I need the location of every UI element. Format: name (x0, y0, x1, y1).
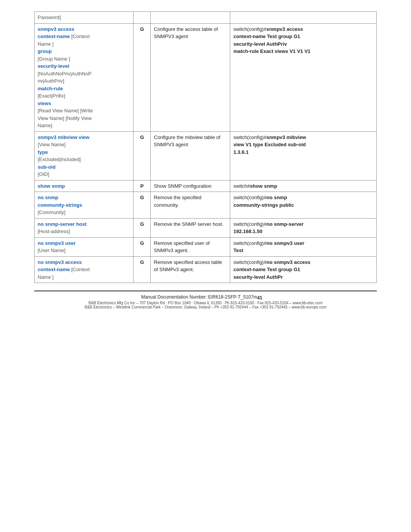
mode-cell: G (134, 237, 151, 256)
cmd-text: [Community] (38, 209, 65, 215)
mode-cell: G (134, 192, 151, 219)
example-cell: switch(config)#snmpv3 access context-nam… (230, 23, 377, 131)
cmd-cell: no snmp community-strings [Community] (35, 192, 134, 219)
cmd-text: sub-oid (38, 164, 56, 170)
table-row: show snmp P Show SNMP configuration swit… (35, 180, 377, 192)
cmd-text: views (38, 101, 51, 106)
cmd-text: Name ] (38, 274, 54, 280)
cmd-line: Name ] (38, 273, 130, 281)
page-number: 41 (257, 295, 262, 300)
cmd-line: no snmpv3 access (38, 259, 130, 266)
cmd-line: context-name [Context (38, 266, 130, 273)
table-row: Password] (35, 12, 377, 24)
mode-cell: G (134, 256, 151, 283)
cmd-text: context-name (38, 34, 70, 39)
table-row: no snmp-server host [Host-address] G Rem… (35, 218, 377, 237)
example-cell: switch(config)#no snmpv3 access context-… (230, 256, 377, 283)
cmd-line: [Group Name ] (38, 55, 130, 63)
cmd-line: views (38, 100, 130, 107)
cmd-text: [NoAuthNoPriv|AuthNoP (38, 71, 91, 77)
page-footer: Manual Documentation Number: EIR618-2SFP… (34, 291, 377, 313)
cmd-line: security-level (38, 62, 130, 70)
cmd-text: [User Name] (38, 248, 65, 253)
cmd-line: [Host-address] (38, 228, 130, 235)
table-row: no snmp community-strings [Community] G … (35, 192, 377, 219)
example-cell (230, 12, 377, 24)
desc-cell: Configure the access table of SNMPV3 age… (151, 23, 230, 131)
cmd-text: [View Name] (38, 142, 65, 147)
cmd-line: [Community] (38, 209, 130, 216)
table-row: no snmpv3 user [User Name] G Remove spec… (35, 237, 377, 256)
mode-cell (134, 12, 151, 24)
example-text: view V1 type Excluded sub-oid (233, 142, 306, 147)
mode-cell: G (134, 23, 151, 131)
table-row: snmpv3 mibview view [View Name] type [Ex… (35, 131, 377, 180)
cmd-line: sub-oid (38, 163, 130, 171)
example-text: community-strings public (233, 202, 294, 208)
footer-main-text: Manual Documentation Number: EIR618-2SFP… (141, 294, 257, 300)
example-text: switch(config)#no snmp-server (233, 221, 303, 227)
cmd-line: show snmp (38, 182, 130, 190)
cmd-line: View Name] [Notify View (38, 115, 130, 122)
cmd-text: community-strings (38, 202, 82, 208)
cmd-line: no snmpv3 user (38, 240, 130, 247)
cmd-text: Password] (38, 14, 61, 20)
page-wrapper: Password] snmpv3 access context-name [Co… (34, 11, 377, 532)
cmd-cell: show snmp (35, 180, 134, 192)
cmd-line: [Read View Name] [Write (38, 107, 130, 115)
footer-sub2: B&B Electronics – Westlink Commercial Pa… (34, 305, 377, 309)
cmd-line: type (38, 149, 130, 156)
cmd-line: Name ] (38, 40, 130, 48)
example-text: security-level AuthPr (233, 274, 283, 280)
cmd-line: [OID] (38, 171, 130, 178)
mode-cell: G (134, 218, 151, 237)
cmd-text: snmpv3 mibview view (38, 134, 89, 140)
cmd-text: Name] (38, 123, 52, 128)
desc-cell: Configure the mibview table of SNMPV3 ag… (151, 131, 230, 180)
cmd-text: type (38, 149, 48, 155)
example-cell: switch#show snmp (230, 180, 377, 192)
table-row: no snmpv3 access context-name [Context N… (35, 256, 377, 283)
main-table: Password] snmpv3 access context-name [Co… (34, 11, 377, 283)
cmd-text: [Host-address] (38, 228, 70, 234)
cmd-text: context-name (38, 267, 70, 272)
cmd-cell: no snmpv3 user [User Name] (35, 237, 134, 256)
desc-cell (151, 12, 230, 24)
example-cell: switch(config)#no snmpv3 user Test (230, 237, 377, 256)
cmd-text: [Read View Name] [Write (38, 108, 93, 113)
example-cell: switch(config)#snmpv3 mibview view V1 ty… (230, 131, 377, 180)
example-text: 192.168.1.50 (233, 228, 262, 234)
cmd-text: no snmpv3 access (38, 259, 82, 265)
cmd-cell: no snmpv3 access context-name [Context N… (35, 256, 134, 283)
cmd-line: no snmp-server host (38, 220, 130, 228)
cmd-cell: Password] (35, 12, 134, 24)
cmd-text: no snmp-server host (38, 221, 87, 227)
cmd-text: match-rule (38, 86, 63, 91)
footer-sub1: B&B Electronics Mfg Co Inc – 707 Dayton … (34, 301, 377, 305)
cmd-line: community-strings (38, 201, 130, 209)
cmd-line: riv|AuthPriv] (38, 77, 130, 85)
desc-cell: Remove the SNMP server host. (151, 218, 230, 237)
cmd-text: [Exact|Prifix] (38, 93, 65, 99)
mode-cell: G (134, 131, 151, 180)
example-text: Test (233, 248, 243, 253)
cmd-line: context-name [Context (38, 33, 130, 40)
table-row: snmpv3 access context-name [Context Name… (35, 23, 377, 131)
example-text: switch(config)#snmpv3 access (233, 26, 303, 32)
footer-inner: Manual Documentation Number: EIR618-2SFP… (34, 294, 377, 301)
example-cell: switch(config)#no snmp community-strings… (230, 192, 377, 219)
cmd-text: [Context (70, 267, 90, 272)
cmd-line: match-rule (38, 85, 130, 93)
example-text: 1.3.6.1 (233, 149, 249, 155)
desc-cell: Remove specified access table of SNMPv3 … (151, 256, 230, 283)
cmd-line: Name] (38, 122, 130, 129)
cmd-line: [NoAuthNoPriv|AuthNoP (38, 70, 130, 78)
cmd-text: no snmp (38, 195, 58, 200)
example-text: switch(config)#no snmpv3 user (233, 240, 304, 246)
desc-cell: Remove the specified community. (151, 192, 230, 219)
example-text: switch(config)#snmpv3 mibview (233, 134, 306, 140)
cmd-text: security-level (38, 63, 69, 69)
example-text: switch(config)#no snmpv3 access (233, 259, 310, 265)
cmd-text: show snmp (38, 183, 65, 189)
cmd-line: group (38, 48, 130, 55)
